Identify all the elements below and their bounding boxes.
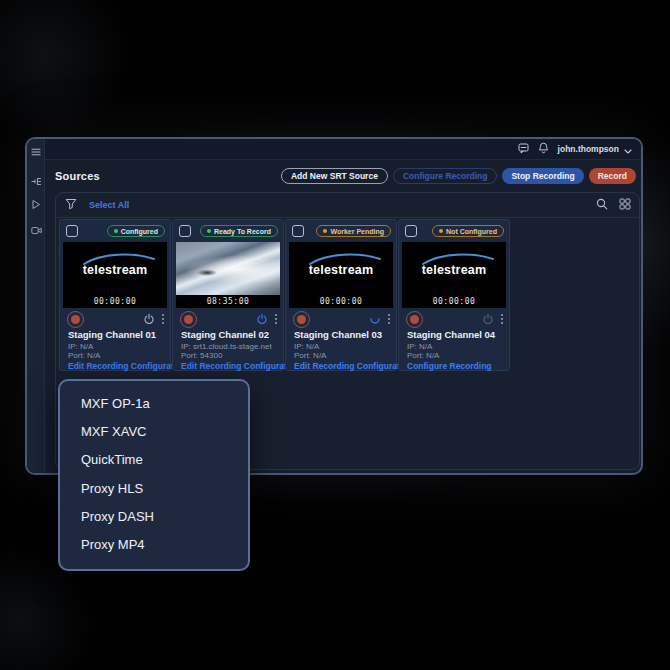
channel-card: Configured telestream 00:00:00	[59, 219, 171, 371]
record-timer: 08:35:00	[176, 295, 280, 308]
menu-item-proxy-dash[interactable]: Proxy DASH	[60, 505, 248, 529]
power-icon	[482, 313, 494, 325]
filter-button[interactable]	[65, 196, 77, 214]
chevron-down-icon	[624, 140, 632, 158]
menu-item-proxy-mp4[interactable]: Proxy MP4	[60, 533, 248, 557]
card-record-button[interactable]	[293, 311, 310, 328]
menu-item-quicktime[interactable]: QuickTime	[60, 448, 248, 472]
menu-item-mxf-op1a[interactable]: MXF OP-1a	[60, 391, 248, 415]
channel-title: Staging Channel 03	[294, 329, 382, 340]
power-button[interactable]	[256, 313, 268, 325]
feedback-button[interactable]	[518, 140, 529, 158]
status-badge: Ready To Record	[200, 225, 278, 237]
card-media: telestream 00:00:00	[402, 242, 506, 308]
card-checkbox[interactable]	[292, 225, 304, 237]
status-badge: Not Configured	[432, 225, 504, 237]
add-srt-source-button[interactable]: Add New SRT Source	[281, 168, 388, 184]
channel-card: Worker Pending telestream 00:00:00	[285, 219, 397, 371]
filter-bar: Select All	[56, 193, 639, 218]
menu-toggle-button[interactable]	[30, 146, 42, 158]
edit-recording-config-link[interactable]: Edit Recording Configuration	[181, 361, 300, 371]
video-camera-icon	[31, 226, 42, 235]
card-record-button[interactable]	[180, 311, 197, 328]
record-dot-icon	[184, 315, 193, 324]
power-icon	[256, 313, 268, 325]
stop-recording-button[interactable]: Stop Recording	[502, 168, 583, 184]
spinner-icon	[369, 313, 381, 325]
card-media: telestream 00:00:00	[63, 242, 167, 308]
status-dot-icon	[323, 229, 327, 233]
select-all-button[interactable]: Select All	[89, 200, 129, 210]
card-menu-button[interactable]	[500, 313, 504, 325]
telestream-logo: telestream	[402, 242, 506, 295]
status-dot-icon	[114, 229, 118, 233]
username: john.thompson	[558, 144, 619, 154]
search-icon	[596, 196, 608, 214]
sidebar-item-playback[interactable]	[30, 198, 42, 210]
logo-swoosh-icon	[420, 252, 496, 266]
power-button[interactable]	[482, 313, 494, 325]
telestream-logo: telestream	[63, 242, 167, 295]
edit-recording-config-link[interactable]: Edit Recording Configuration	[294, 361, 413, 371]
play-icon	[31, 199, 41, 210]
filter-bar-right	[596, 196, 631, 214]
record-dot-icon	[410, 315, 419, 324]
power-button[interactable]	[143, 313, 155, 325]
card-record-button[interactable]	[406, 311, 423, 328]
channel-preview: telestream	[402, 242, 506, 295]
kebab-menu-icon	[387, 313, 391, 325]
power-icon	[143, 313, 155, 325]
card-menu-button[interactable]	[274, 313, 278, 325]
channel-ip: IP: N/A	[68, 342, 93, 351]
channel-title: Staging Channel 04	[407, 329, 495, 340]
telestream-logo: telestream	[289, 242, 393, 295]
kebab-menu-icon	[161, 313, 165, 325]
record-dot-icon	[297, 315, 306, 324]
sidebar	[27, 139, 45, 473]
user-menu[interactable]: john.thompson	[558, 140, 632, 158]
channel-title: Staging Channel 01	[68, 329, 156, 340]
card-media: telestream 00:00:00	[289, 242, 393, 308]
channel-card: Not Configured telestream 00:00:00	[398, 219, 510, 371]
sidebar-item-sources[interactable]	[30, 175, 42, 187]
worker-spinner	[369, 313, 381, 325]
card-checkbox[interactable]	[179, 225, 191, 237]
menu-item-proxy-hls[interactable]: Proxy HLS	[60, 476, 248, 500]
header-actions: Add New SRT Source Configure Recording S…	[281, 168, 636, 184]
card-media: 08:35:00	[176, 242, 280, 308]
status-dot-icon	[439, 229, 443, 233]
grid-icon	[619, 196, 631, 214]
channel-preview: telestream	[289, 242, 393, 295]
channel-port: Port: N/A	[294, 351, 326, 360]
record-button[interactable]: Record	[589, 168, 636, 184]
edit-recording-config-link[interactable]: Edit Recording Configuration	[68, 361, 187, 371]
channel-port: Port: N/A	[407, 351, 439, 360]
feedback-icon	[518, 140, 529, 158]
menu-item-mxf-xavc[interactable]: MXF XAVC	[60, 419, 248, 443]
source-input-icon	[31, 176, 42, 187]
sidebar-item-recordings[interactable]	[30, 224, 42, 236]
channel-port: Port: N/A	[68, 351, 100, 360]
card-checkbox[interactable]	[66, 225, 78, 237]
card-menu-button[interactable]	[161, 313, 165, 325]
grid-view-button[interactable]	[619, 196, 631, 214]
channel-ip: IP: srt1.cloud.ts-stage.net	[181, 342, 272, 351]
channel-preview: telestream	[63, 242, 167, 295]
hamburger-icon	[31, 148, 41, 156]
configure-recording-button[interactable]: Configure Recording	[393, 168, 498, 184]
search-button[interactable]	[596, 196, 608, 214]
page-title: Sources	[55, 170, 100, 182]
logo-swoosh-icon	[81, 252, 157, 266]
card-record-button[interactable]	[67, 311, 84, 328]
cards-row: Configured telestream 00:00:00	[59, 219, 510, 371]
card-menu-button[interactable]	[387, 313, 391, 325]
channel-ip: IP: N/A	[407, 342, 432, 351]
page-header: Sources Add New SRT Source Configure Rec…	[45, 160, 641, 192]
card-controls	[180, 310, 278, 328]
configure-recording-link[interactable]: Configure Recording	[407, 361, 492, 371]
channel-title: Staging Channel 02	[181, 329, 269, 340]
channel-ip: IP: N/A	[294, 342, 319, 351]
notifications-button[interactable]	[538, 140, 549, 158]
kebab-menu-icon	[500, 313, 504, 325]
card-checkbox[interactable]	[405, 225, 417, 237]
